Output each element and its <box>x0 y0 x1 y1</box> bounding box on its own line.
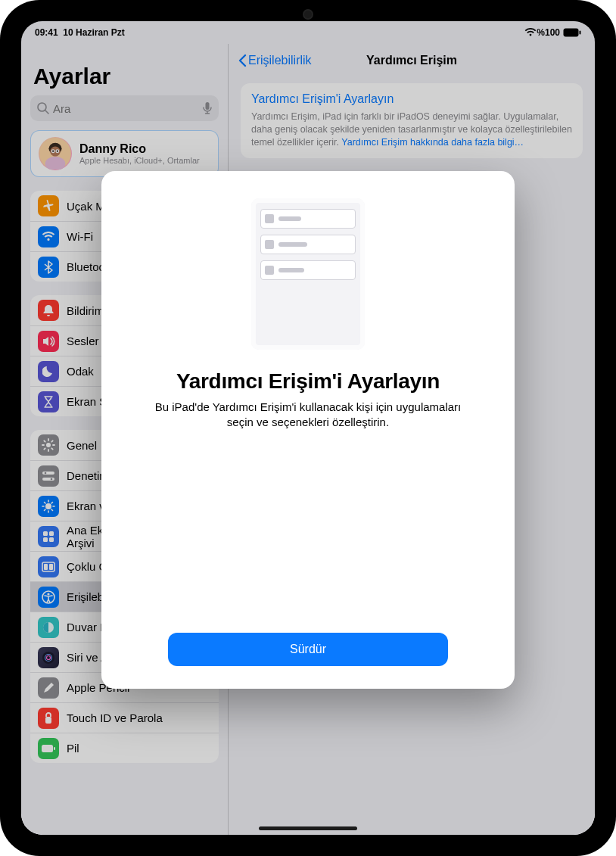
modal-body: Bu iPad'de Yardımcı Erişim'i kullanacak … <box>149 400 467 431</box>
modal-title: Yardımcı Erişim'i Ayarlayın <box>176 369 440 394</box>
modal-illustration <box>251 198 365 350</box>
home-indicator[interactable] <box>259 826 357 830</box>
assistive-access-setup-modal: Yardımcı Erişim'i Ayarlayın Bu iPad'de Y… <box>101 171 515 689</box>
continue-button[interactable]: Sürdür <box>168 633 448 666</box>
front-camera <box>304 11 312 18</box>
